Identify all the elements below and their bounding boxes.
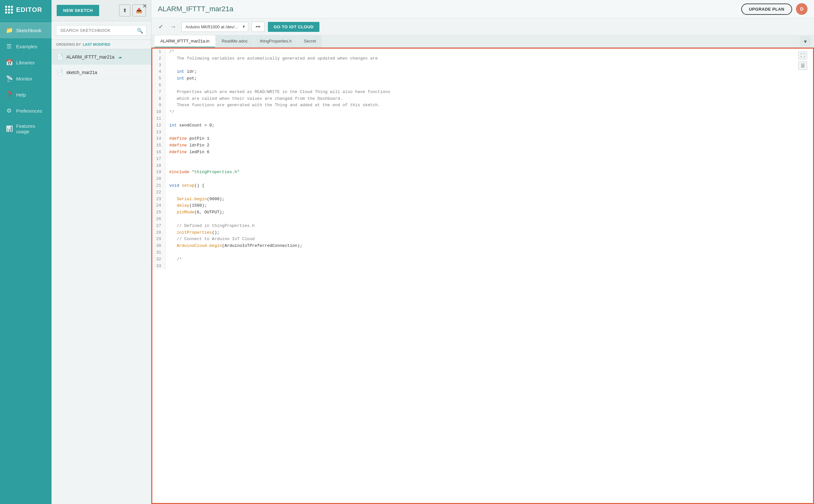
code-content: int pot; bbox=[165, 75, 813, 82]
tab-thing-properties[interactable]: thingProperties.h bbox=[254, 35, 297, 47]
editor-topbar: ALARM_IFTTT_mar21a UPGRADE PLAN D bbox=[151, 0, 814, 18]
sketchbook-header: NEW SKETCH ⬆ 📤 bbox=[51, 0, 151, 21]
line-number: 3 bbox=[152, 62, 165, 69]
sidebar-item-preferences[interactable]: ⚙ Preferences bbox=[0, 103, 51, 119]
user-avatar[interactable]: D bbox=[796, 3, 808, 15]
table-row: 2 The following variables are automatica… bbox=[152, 55, 813, 62]
code-content: which are called when their values are c… bbox=[165, 96, 813, 102]
folder-icon: 📁 bbox=[6, 27, 12, 34]
header-actions: ⬆ 📤 bbox=[119, 5, 146, 16]
sidebar-item-label: Sketchbook bbox=[16, 28, 41, 33]
import-button[interactable]: ⬆ bbox=[119, 5, 130, 16]
line-number: 10 bbox=[152, 109, 165, 116]
code-content: These functions are generated with the T… bbox=[165, 102, 813, 109]
sidebar-item-monitor[interactable]: 📡 Monitor bbox=[0, 70, 51, 87]
sidebar-item-help[interactable]: ❓ Help bbox=[0, 87, 51, 103]
line-number: 11 bbox=[152, 116, 165, 122]
code-content: #define ledPin 6 bbox=[165, 149, 813, 156]
table-row: 33 bbox=[152, 263, 813, 270]
line-number: 14 bbox=[152, 135, 165, 142]
line-number: 24 bbox=[152, 202, 165, 209]
sketch-item-sketch[interactable]: 📄 sketch_mar21a bbox=[51, 65, 151, 80]
grid-icon bbox=[5, 6, 13, 14]
code-editor[interactable]: ⛶ ☰ 1 /* 2 The following variables are a… bbox=[151, 48, 814, 504]
tabs-more-button[interactable]: ▼ bbox=[800, 36, 811, 47]
table-row: 1 /* bbox=[152, 49, 813, 55]
more-options-button[interactable]: ••• bbox=[251, 22, 265, 32]
code-content: initProperties(); bbox=[165, 229, 813, 236]
topbar-right: UPGRADE PLAN D bbox=[741, 3, 808, 15]
fullscreen-button[interactable]: ⛶ bbox=[798, 51, 807, 60]
code-content: ArduinoCloud.begin(ArduinoIoTPreferredCo… bbox=[165, 243, 813, 249]
table-row: 16 #define ledPin 6 bbox=[152, 149, 813, 156]
line-number: 22 bbox=[152, 189, 165, 196]
iot-cloud-button[interactable]: GO TO IOT CLOUD bbox=[268, 22, 319, 32]
upgrade-plan-button[interactable]: UPGRADE PLAN bbox=[741, 4, 792, 15]
code-content: The following variables are automaticall… bbox=[165, 55, 813, 62]
line-number: 33 bbox=[152, 263, 165, 270]
code-content bbox=[165, 116, 813, 122]
sketch-item-alarm[interactable]: 📄 ALARM_IFTTT_mar21a ☁ bbox=[51, 49, 151, 65]
sketch-name: ALARM_IFTTT_mar21a bbox=[66, 54, 114, 60]
line-number: 26 bbox=[152, 216, 165, 223]
line-number: 6 bbox=[152, 82, 165, 89]
ordering-bar: ORDERING BY LAST MODIFIED bbox=[51, 40, 151, 49]
code-content: // Defined in thingProperties.h bbox=[165, 223, 813, 229]
table-row: 4 int ldr; bbox=[152, 69, 813, 75]
table-row: 19 #include "thingProperties.h" bbox=[152, 169, 813, 176]
table-row: 25 pinMode(6, OUTPUT); bbox=[152, 209, 813, 216]
sidebar-item-label: Examples bbox=[16, 44, 37, 49]
board-selector-wrapper: Arduino MKR1000 at /dev/... ▼ bbox=[181, 22, 248, 32]
editor-toolbar: ✓ → Arduino MKR1000 at /dev/... ▼ ••• GO… bbox=[151, 18, 814, 35]
line-number: 21 bbox=[152, 182, 165, 189]
sidebar-item-label: Monitor bbox=[16, 76, 32, 81]
code-content: /* bbox=[165, 49, 813, 55]
line-number: 8 bbox=[152, 96, 165, 102]
code-content: int ldr; bbox=[165, 69, 813, 75]
code-content: #define potPin 1 bbox=[165, 135, 813, 142]
indent-button[interactable]: ☰ bbox=[798, 61, 807, 70]
sidebar-item-label: Preferences bbox=[16, 108, 42, 114]
close-button[interactable]: ✕ bbox=[142, 3, 147, 10]
line-number: 4 bbox=[152, 69, 165, 75]
sketch-name: sketch_mar21a bbox=[66, 70, 97, 75]
code-content: Properties which are marked as READ/WRIT… bbox=[165, 89, 813, 96]
line-number: 20 bbox=[152, 176, 165, 182]
line-number: 29 bbox=[152, 236, 165, 243]
line-number: 30 bbox=[152, 243, 165, 249]
board-selector[interactable]: Arduino MKR1000 at /dev/... bbox=[181, 22, 248, 32]
code-table: 1 /* 2 The following variables are autom… bbox=[152, 49, 813, 269]
sketch-file-icon: 📄 bbox=[57, 54, 63, 60]
line-number: 25 bbox=[152, 209, 165, 216]
sidebar-nav: 📁 Sketchbook ☰ Examples 📅 Libraries 📡 Mo… bbox=[0, 20, 51, 504]
table-row: 3 bbox=[152, 62, 813, 69]
sidebar-item-features[interactable]: 📊 Features usage bbox=[0, 119, 51, 139]
tab-readme[interactable]: ReadMe.adoc bbox=[216, 35, 253, 47]
search-area: 🔍 bbox=[51, 21, 151, 40]
ordering-value[interactable]: LAST MODIFIED bbox=[83, 42, 110, 46]
sidebar-item-libraries[interactable]: 📅 Libraries bbox=[0, 54, 51, 70]
line-number: 13 bbox=[152, 129, 165, 136]
line-number: 32 bbox=[152, 256, 165, 263]
code-content bbox=[165, 82, 813, 89]
new-sketch-button[interactable]: NEW SKETCH bbox=[57, 5, 99, 16]
table-row: 28 initProperties(); bbox=[152, 229, 813, 236]
code-content: delay(1500); bbox=[165, 202, 813, 209]
table-row: 9 These functions are generated with the… bbox=[152, 102, 813, 109]
code-content: void setup() { bbox=[165, 182, 813, 189]
sidebar-item-examples[interactable]: ☰ Examples bbox=[0, 38, 51, 54]
code-content: */ bbox=[165, 109, 813, 116]
examples-icon: ☰ bbox=[6, 43, 12, 50]
code-content: /* bbox=[165, 256, 813, 263]
code-content bbox=[165, 216, 813, 223]
help-icon: ❓ bbox=[6, 91, 12, 98]
preferences-icon: ⚙ bbox=[6, 107, 12, 114]
tab-secret[interactable]: Secret bbox=[298, 35, 322, 47]
tab-alarm-ifttt[interactable]: ALARM_IFTTT_mar21a.in bbox=[154, 35, 215, 47]
monitor-icon: 📡 bbox=[6, 75, 12, 82]
sidebar-item-sketchbook[interactable]: 📁 Sketchbook bbox=[0, 22, 51, 38]
upload-button[interactable]: → bbox=[168, 22, 178, 32]
verify-button[interactable]: ✓ bbox=[156, 22, 165, 32]
line-number: 23 bbox=[152, 196, 165, 203]
search-input[interactable] bbox=[56, 25, 146, 36]
